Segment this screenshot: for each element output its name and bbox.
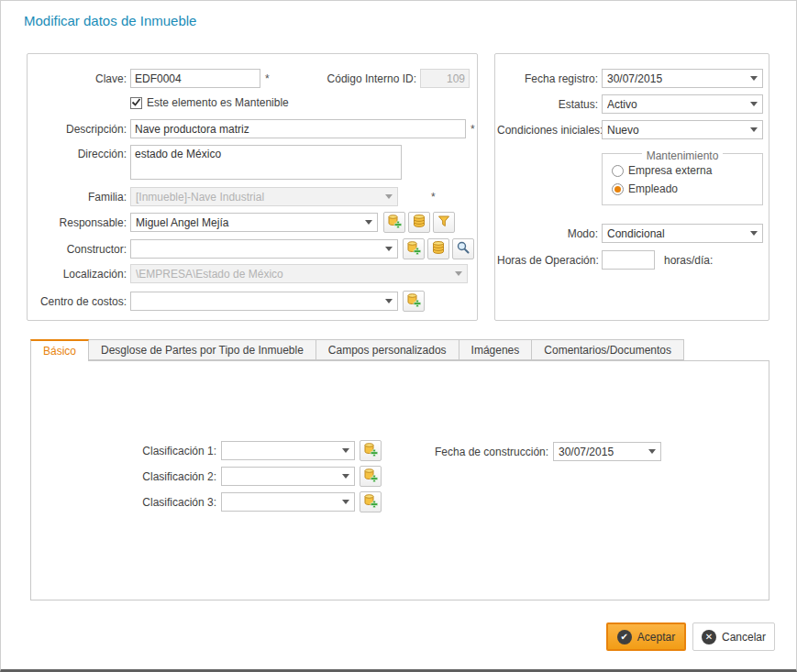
localizacion-label: Localización: (31, 268, 127, 281)
chevron-down-icon (385, 247, 393, 251)
clasificacion2-label: Clasificación 2: (119, 470, 216, 483)
empresa-externa-radio[interactable] (612, 165, 624, 177)
search-icon (456, 240, 470, 258)
mantenimiento-groupbox: Mantenimiento Empresa externa Empleado (602, 153, 763, 205)
responsable-filter-button[interactable] (433, 212, 455, 233)
general-groupbox: Clave: * Código Interno ID: Este element… (27, 53, 478, 321)
chevron-down-icon (365, 220, 372, 225)
clave-required-asterisk: * (265, 72, 270, 85)
aceptar-button[interactable]: ✔ Aceptar (606, 622, 686, 651)
add-icon (363, 442, 378, 459)
add-icon (363, 493, 378, 511)
horas-operacion-label: Horas de Operación: (497, 254, 598, 267)
estatus-label: Estatus: (497, 98, 598, 111)
constructor-add-button[interactable] (403, 238, 425, 259)
cancelar-button[interactable]: ✕ Cancelar (692, 622, 775, 651)
responsable-add-button[interactable] (383, 212, 405, 233)
modo-dropdown[interactable]: Condicional (602, 224, 763, 243)
chevron-down-icon (385, 194, 393, 199)
localizacion-dropdown: \EMPRESA\Estado de México (130, 264, 468, 283)
fecha-construccion-dropdown[interactable]: 30/07/2015 (553, 442, 661, 461)
condiciones-iniciales-label: Condiciones iniciales: (497, 124, 598, 137)
fecha-construccion-label: Fecha de construcción: (435, 446, 548, 458)
constructor-search-button[interactable] (452, 238, 474, 259)
modo-label: Modo: (497, 227, 598, 240)
condiciones-iniciales-dropdown[interactable]: Nuevo (602, 120, 763, 139)
check-icon: ✔ (617, 630, 632, 644)
close-icon: ✕ (702, 630, 716, 644)
chevron-down-icon (342, 500, 349, 504)
clasificacion1-add-button[interactable] (360, 440, 382, 461)
fecha-registro-label: Fecha registro: (497, 72, 598, 85)
codigo-interno-input (420, 69, 470, 88)
responsable-list-button[interactable] (408, 212, 430, 233)
tab-comentarios-documentos[interactable]: Comentarios/Documentos (532, 339, 684, 360)
constructor-label: Constructor: (31, 243, 127, 256)
add-icon (406, 240, 421, 258)
centro-costos-label: Centro de costos: (31, 295, 127, 308)
tab-bar: Básico Desglose de Partes por Tipo de In… (30, 339, 684, 360)
chevron-down-icon (750, 127, 758, 132)
page-title: Modificar datos de Inmueble (24, 13, 196, 28)
chevron-down-icon (455, 271, 462, 276)
descripcion-required-asterisk: * (470, 123, 475, 136)
tab-desglose-partes[interactable]: Desglose de Partes por Tipo de Inmueble (89, 339, 316, 360)
clasificacion2-add-button[interactable] (360, 466, 382, 487)
direccion-textarea[interactable]: estado de México (130, 145, 402, 180)
horas-dia-label: horas/día: (664, 254, 713, 267)
chevron-down-icon (750, 76, 758, 81)
clave-input[interactable] (130, 69, 260, 88)
horas-operacion-input[interactable] (602, 250, 655, 270)
descripcion-label: Descripción: (31, 123, 127, 136)
basico-tab-panel: Clasificación 1: Clasificación 2: (30, 360, 769, 600)
familia-label: Familia: (31, 191, 127, 204)
direccion-label: Dirección: (31, 145, 127, 164)
add-icon (363, 468, 378, 485)
chevron-down-icon (750, 102, 758, 106)
responsable-label: Responsable: (31, 216, 127, 229)
database-icon (431, 240, 446, 258)
chevron-down-icon (648, 449, 656, 454)
centro-costos-dropdown[interactable] (130, 292, 398, 311)
clave-label: Clave: (31, 72, 127, 85)
checkmark-icon (131, 94, 141, 111)
mantenible-checkbox[interactable] (130, 97, 142, 109)
responsable-dropdown[interactable]: Miguel Angel Mejía (130, 213, 378, 232)
aceptar-label: Aceptar (637, 631, 675, 644)
descripcion-input[interactable] (130, 119, 466, 138)
chevron-down-icon (385, 299, 393, 303)
fecha-registro-dropdown[interactable]: 30/07/2015 (602, 69, 763, 88)
clasificacion3-label: Clasificación 3: (119, 496, 216, 509)
empleado-radio[interactable] (612, 183, 624, 195)
tab-basico[interactable]: Básico (30, 339, 89, 361)
database-icon (412, 214, 426, 231)
empresa-externa-label: Empresa externa (628, 164, 712, 177)
estatus-dropdown[interactable]: Activo (602, 94, 763, 114)
constructor-dropdown[interactable] (130, 239, 398, 259)
cancelar-label: Cancelar (722, 631, 766, 644)
familia-required-asterisk: * (431, 191, 436, 204)
clasificacion3-add-button[interactable] (360, 491, 382, 512)
chevron-down-icon (342, 474, 349, 479)
filter-icon (437, 214, 451, 231)
chevron-down-icon (342, 448, 349, 453)
add-icon (406, 292, 421, 310)
centro-costos-add-button[interactable] (403, 291, 425, 312)
mantenimiento-legend: Mantenimiento (642, 149, 724, 162)
clasificacion3-dropdown[interactable] (221, 492, 355, 512)
empleado-label: Empleado (628, 182, 678, 195)
mantenible-label: Este elemento es Mantenible (147, 96, 289, 109)
clasificacion2-dropdown[interactable] (221, 467, 355, 486)
chevron-down-icon (750, 231, 758, 236)
codigo-interno-label: Código Interno ID: (327, 72, 416, 85)
clasificacion1-label: Clasificación 1: (119, 445, 216, 457)
tab-campos-personalizados[interactable]: Campos personalizados (316, 339, 459, 360)
clasificacion1-dropdown[interactable] (221, 441, 355, 460)
tab-imagenes[interactable]: Imágenes (459, 339, 533, 360)
constructor-list-button[interactable] (427, 238, 449, 259)
modificar-inmueble-dialog: Modificar datos de Inmueble Clave: * Cód… (0, 0, 797, 672)
detalle-groupbox: Fecha registro: 30/07/2015 Estatus: Acti… (494, 53, 769, 321)
familia-dropdown: [Inmueble]-Nave Industrial (130, 187, 398, 206)
add-icon (387, 214, 402, 231)
